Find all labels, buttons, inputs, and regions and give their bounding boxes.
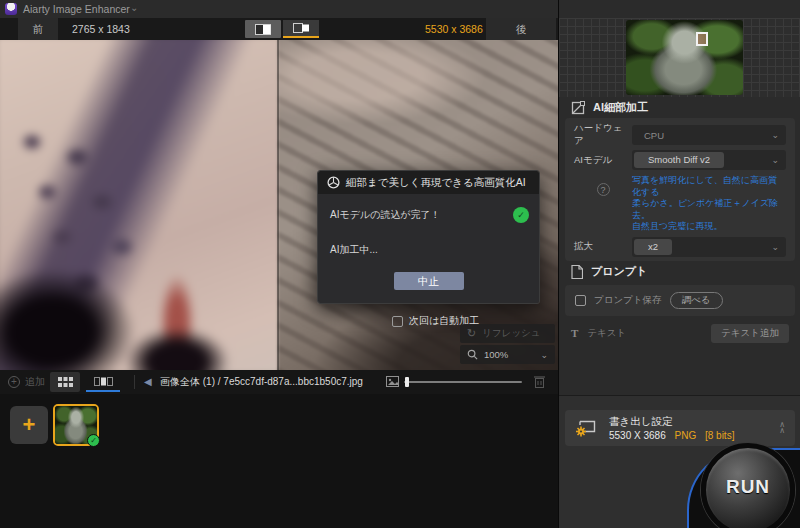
model-select[interactable]: Smooth Diff v2 ⌄ — [632, 150, 786, 170]
app-logo-icon — [5, 3, 17, 15]
scale-label: 拡大 — [574, 240, 632, 253]
add-image-button[interactable]: + 追加 — [8, 370, 45, 394]
enhance-icon — [571, 101, 585, 115]
scale-select[interactable]: x2 ⌄ — [632, 237, 786, 257]
model-value: Smooth Diff v2 — [634, 152, 724, 168]
ai-detail-section-title: AI細部加工 — [593, 100, 648, 115]
ai-settings-panel: ハードウェア CPU ⌄ AIモデル Smooth Diff v2 ⌄ ? 写真… — [565, 118, 795, 261]
hardware-select[interactable]: CPU ⌄ — [632, 125, 786, 145]
filmstrip-view-button[interactable] — [86, 372, 120, 392]
chevron-down-icon[interactable]: ⌄ — [540, 350, 548, 360]
model-description: 写真を鮮明化にして、自然に高画質化する 柔らかさ。ピンボケ補正＋ノイズ除去。 自… — [632, 175, 786, 233]
export-settings-title: 書き出し設定 — [609, 415, 734, 429]
zoom-value: 100% — [484, 349, 508, 360]
export-size: 5530 X 3686 — [609, 430, 666, 441]
export-format: PNG — [675, 430, 697, 441]
help-icon[interactable]: ? — [597, 183, 610, 196]
status-model-loaded: AIモデルの読込が完了！ — [330, 208, 441, 222]
thumbnail-size-icon — [386, 376, 399, 387]
after-size: 5530 x 3686 — [425, 18, 483, 40]
run-button[interactable]: RUN — [701, 443, 795, 528]
export-settings-icon — [565, 419, 609, 437]
after-label: 後 — [486, 18, 556, 40]
thumbnail-size-slider[interactable] — [404, 381, 522, 383]
auto-process-checkbox[interactable] — [392, 316, 403, 327]
export-footer: 書き出し設定 5530 X 3686 PNG [8 bits] ∧ ∧ RUN — [559, 396, 800, 528]
settings-sidebar: AI細部加工 ハードウェア CPU ⌄ AIモデル Smooth Diff v2… — [558, 0, 800, 528]
dialog-titlebar: 細部まで美しく再現できる高画質化AI — [318, 171, 539, 194]
model-label: AIモデル — [574, 154, 632, 167]
export-settings-detail: 5530 X 3686 PNG [8 bits] — [609, 430, 734, 441]
filmstrip-toolbar: + 追加 ◀ 画像全体 (1) / 7e5 — [0, 370, 558, 394]
chevron-down-icon: ⌄ — [771, 155, 779, 165]
text-tool-label: テキスト — [587, 327, 626, 340]
back-arrow-icon[interactable]: ◀ — [144, 370, 152, 394]
aperture-icon — [327, 176, 340, 189]
prompt-panel: プロンプト保存 調べる — [565, 285, 795, 316]
toolbar-divider — [134, 375, 135, 389]
run-button-label: RUN — [726, 476, 770, 498]
app-window: Aiarty Image Enhancer ⌄ 更新あり ─ □ ✕ 前 276… — [0, 0, 800, 528]
model-description-line: 柔らかさ。ピンボケ補正＋ノイズ除去。 — [632, 198, 786, 221]
export-settings-panel[interactable]: 書き出し設定 5530 X 3686 PNG [8 bits] ∧ ∧ — [565, 410, 795, 446]
success-check-icon: ✓ — [513, 207, 529, 223]
navigator-preview[interactable] — [559, 18, 800, 97]
slider-handle[interactable] — [405, 377, 409, 387]
prompt-save-checkbox[interactable] — [575, 295, 586, 306]
magnifier-icon — [467, 349, 478, 360]
text-tool-row: T テキスト テキスト追加 — [565, 322, 795, 344]
side-by-side-view-icon — [293, 23, 310, 33]
chevron-down-icon: ⌄ — [771, 130, 779, 140]
before-label: 前 — [18, 18, 58, 40]
split-divider[interactable] — [277, 40, 279, 370]
dialog-body: AIモデルの読込が完了！ ✓ AI加工中... 中止 — [318, 194, 539, 303]
add-label: 追加 — [25, 375, 45, 389]
status-processing: AI加工中... — [330, 244, 378, 255]
prompt-section-title: プロンプト — [591, 264, 647, 279]
grid-view-button[interactable] — [50, 372, 80, 392]
model-description-line: 自然且つ完璧に再現。 — [632, 221, 786, 233]
prompt-section-header: プロンプト — [571, 264, 647, 279]
image-thumbnail[interactable]: ✓ — [53, 404, 99, 446]
side-by-side-view-button[interactable] — [283, 20, 319, 38]
refresh-control[interactable]: ↻ リフレッシュ — [460, 324, 555, 343]
model-row: AIモデル Smooth Diff v2 ⌄ — [565, 148, 795, 172]
processed-check-icon: ✓ — [87, 434, 100, 447]
text-add-button[interactable]: テキスト追加 — [711, 324, 789, 343]
document-icon — [571, 265, 583, 279]
inspect-button[interactable]: 調べる — [670, 292, 723, 309]
cancel-button[interactable]: 中止 — [394, 272, 464, 290]
model-description-line: 写真を鮮明化にして、自然に高画質化する — [632, 175, 786, 198]
split-view-button[interactable] — [245, 20, 281, 38]
collapse-chevrons-icon[interactable]: ∧ ∧ — [779, 422, 785, 434]
add-plus-icon: + — [8, 376, 20, 388]
compare-toolbar: 前 2765 x 1843 5530 x 3686 後 — [0, 18, 558, 40]
before-size: 2765 x 1843 — [72, 18, 130, 40]
refresh-label: リフレッシュ — [482, 327, 540, 340]
model-description-row: ? 写真を鮮明化にして、自然に高画質化する 柔らかさ。ピンボケ補正＋ノイズ除去。… — [565, 173, 795, 235]
export-bit-depth: [8 bits] — [705, 430, 734, 441]
viewport-marker[interactable] — [696, 32, 708, 46]
chevron-down-icon[interactable]: ⌄ — [130, 0, 138, 16]
chevron-up-icon: ∧ — [779, 428, 785, 434]
before-image — [0, 40, 286, 370]
two-pass-option[interactable]: 2-パス処理 — [565, 260, 795, 262]
filmstrip-area: + ✓ — [0, 394, 558, 528]
processing-dialog: 細部まで美しく再現できる高画質化AI AIモデルの読込が完了！ ✓ AI加工中.… — [317, 170, 540, 304]
zoom-control[interactable]: 100% ⌄ — [460, 345, 555, 364]
navigator-image — [626, 20, 743, 95]
hardware-row: ハードウェア CPU ⌄ — [565, 123, 795, 147]
ai-detail-section-header: AI細部加工 — [571, 100, 648, 115]
app-title: Aiarty Image Enhancer — [23, 0, 130, 18]
scale-row: 拡大 x2 ⌄ — [565, 235, 795, 259]
refresh-icon: ↻ — [467, 327, 476, 340]
add-image-tile[interactable]: + — [10, 406, 48, 444]
grid-view-icon — [58, 377, 73, 387]
text-tool-icon: T — [571, 327, 578, 339]
hardware-value: CPU — [632, 130, 664, 141]
chevron-down-icon: ⌄ — [771, 242, 779, 252]
hardware-label: ハードウェア — [574, 122, 632, 148]
viewer-pane: 前 2765 x 1843 5530 x 3686 後 — [0, 18, 558, 528]
dialog-title: 細部まで美しく再現できる高画質化AI — [346, 176, 526, 190]
trash-icon[interactable] — [534, 375, 545, 388]
